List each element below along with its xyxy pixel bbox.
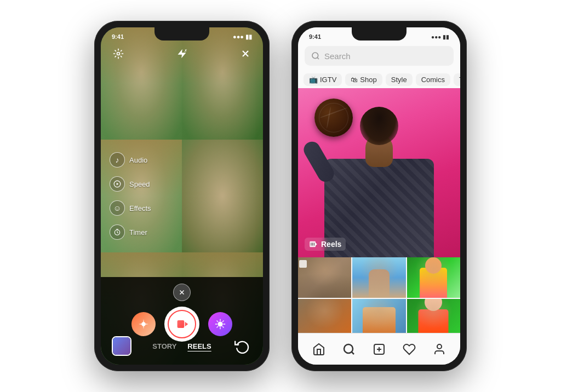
svg-line-19	[317, 57, 319, 59]
svg-marker-7	[117, 183, 119, 186]
settings-icon[interactable]	[110, 45, 127, 62]
tv-movies-tab[interactable]: TV & Movies	[454, 73, 460, 86]
shop-tab[interactable]: 🛍 Shop	[345, 73, 382, 86]
speed-label: Speed	[129, 180, 150, 188]
notch-right	[352, 27, 407, 41]
likes-nav-button[interactable]	[398, 338, 420, 360]
svg-point-25	[344, 344, 353, 353]
speed-icon	[110, 176, 125, 192]
reels-label: Reels	[305, 238, 346, 251]
search-bar[interactable]: Search	[305, 46, 454, 66]
camera-bottom-controls: STORY REELS	[101, 277, 263, 365]
comics-label: Comics	[421, 76, 445, 84]
sparkle-effect-button[interactable]	[208, 312, 232, 336]
search-bar-container: Search	[298, 43, 460, 69]
thumb-1[interactable]	[298, 257, 351, 298]
svg-line-26	[351, 351, 353, 354]
search-nav-button[interactable]	[338, 338, 360, 360]
svg-line-10	[117, 233, 118, 233]
reels-icon	[309, 240, 318, 249]
featured-reel[interactable]: Reels	[298, 88, 460, 257]
camera-mode-tabs: STORY REELS	[152, 342, 211, 350]
cam-cell-2	[182, 27, 263, 140]
igtv-label: IGTV	[320, 76, 336, 84]
speed-menu-item[interactable]: Speed	[110, 176, 151, 192]
close-icon[interactable]	[237, 45, 254, 62]
home-nav-button[interactable]	[308, 338, 330, 360]
svg-point-30	[437, 344, 442, 349]
left-phone: 9:41 ●●● ▮▮	[94, 21, 270, 371]
timer-icon	[110, 224, 125, 240]
add-nav-button[interactable]	[368, 338, 390, 360]
camera-side-menu: ♪ Audio Speed ☺ Effects	[110, 152, 151, 240]
effects-icon: ☺	[110, 200, 125, 216]
audio-label: Audio	[129, 156, 147, 164]
svg-point-17	[217, 321, 222, 326]
camera-nav-bar: STORY REELS	[101, 336, 263, 356]
time-right: 9:41	[309, 33, 321, 40]
svg-text:✗: ✗	[184, 49, 187, 53]
reels-tab[interactable]: REELS	[187, 342, 211, 350]
person-figure	[319, 101, 439, 257]
cam-cell-4	[182, 140, 263, 252]
igtv-tab[interactable]: 📺 IGTV	[304, 73, 342, 86]
signal-battery-left: ●●● ▮▮	[233, 33, 252, 41]
instagram-bottom-nav	[298, 333, 460, 365]
style-label: Style	[391, 76, 407, 84]
timer-label: Timer	[129, 228, 147, 237]
effects-label: Effects	[129, 204, 151, 212]
camera-screen: 9:41 ●●● ▮▮	[101, 27, 263, 365]
svg-point-18	[312, 53, 318, 59]
time-left: 9:41	[112, 33, 124, 40]
gallery-thumbnail[interactable]	[112, 336, 131, 356]
explore-screen: 9:41 ●●● ▮▮ Search 📺 IGTV 🛍 Shop	[298, 27, 460, 365]
shutter-inner	[168, 310, 196, 338]
right-phone: 9:41 ●●● ▮▮ Search 📺 IGTV 🛍 Shop	[291, 21, 467, 371]
svg-marker-21	[316, 243, 317, 245]
flash-icon[interactable]: ✗	[173, 45, 191, 62]
search-placeholder: Search	[324, 51, 351, 61]
camera-top-controls: ✗	[101, 45, 263, 62]
story-tab[interactable]: STORY	[152, 342, 176, 350]
notch	[154, 27, 209, 41]
tv-movies-label: TV & Movies	[459, 76, 460, 84]
timer-menu-item[interactable]: Timer	[110, 224, 151, 240]
audio-menu-item[interactable]: ♪ Audio	[110, 152, 151, 168]
svg-rect-15	[178, 320, 185, 328]
svg-marker-16	[185, 322, 188, 326]
explore-grid	[298, 257, 460, 339]
dismiss-button[interactable]	[173, 284, 191, 301]
flip-camera-button[interactable]	[232, 336, 252, 356]
profile-nav-button[interactable]	[428, 338, 450, 360]
glitter-effect-button[interactable]	[131, 312, 156, 336]
shop-label: Shop	[360, 76, 376, 84]
shop-icon: 🛍	[351, 76, 358, 84]
style-tab[interactable]: Style	[386, 73, 413, 86]
thumb-2[interactable]	[352, 257, 405, 298]
signal-right: ●●● ▮▮	[431, 34, 449, 40]
audio-icon: ♪	[110, 152, 125, 168]
igtv-icon: 📺	[309, 76, 318, 84]
reels-label-text: Reels	[321, 240, 341, 249]
svg-point-0	[117, 53, 120, 55]
effects-menu-item[interactable]: ☺ Effects	[110, 200, 151, 216]
category-tabs: 📺 IGTV 🛍 Shop Style Comics TV & Movies	[298, 71, 460, 88]
thumb-3[interactable]	[407, 257, 460, 298]
search-icon	[311, 51, 320, 60]
cam-cell-1	[101, 27, 182, 140]
comics-tab[interactable]: Comics	[416, 73, 450, 86]
